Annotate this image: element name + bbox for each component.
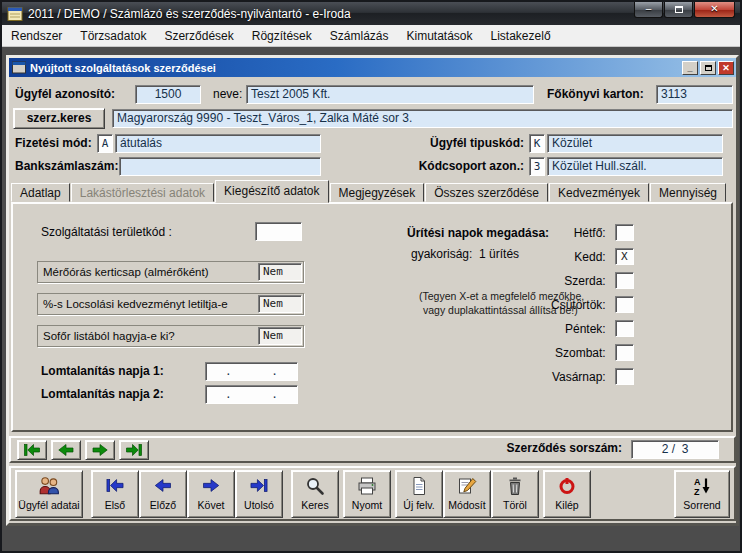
- svg-text:Z: Z: [694, 487, 700, 496]
- contract-search-button[interactable]: szerz.keres: [13, 108, 105, 129]
- wednesday-checkbox[interactable]: [615, 272, 634, 289]
- print-button[interactable]: Nyomt: [343, 470, 391, 518]
- search-icon: [305, 474, 325, 498]
- search-button[interactable]: Keres: [291, 470, 339, 518]
- day-row-monday: Hétfő:: [551, 224, 634, 241]
- customer-data-button[interactable]: Ügyfél adatai: [15, 470, 83, 518]
- toolbar-button-label: Előző: [150, 499, 176, 511]
- exit-ring-icon: [557, 474, 577, 498]
- ledger-card-label: Főkönyvi karton:: [547, 85, 644, 104]
- menu-rendszer[interactable]: Rendszer: [2, 25, 71, 46]
- day-row-sunday: Vasárnap:: [551, 368, 634, 385]
- maximize-icon: [675, 6, 683, 13]
- code-group-code-field[interactable]: 3: [529, 157, 545, 176]
- child-window-icon: [12, 61, 26, 74]
- toolbar-button-label: Követ: [198, 499, 225, 511]
- toolbar-button-label: Nyomt: [352, 499, 382, 511]
- child-close-button[interactable]: ✕: [718, 61, 734, 75]
- toolbar: Ügyfél adatai Első: [9, 466, 736, 521]
- tab-osszes-szerzodese[interactable]: Összes szerződése: [425, 183, 548, 202]
- menu-szerzodesek[interactable]: Szerződések: [155, 25, 242, 46]
- ledger-card-field[interactable]: 3113: [656, 85, 733, 104]
- customer-type-field[interactable]: Közület: [547, 134, 723, 153]
- tab-panel-kiegeszito: Szolgáltatási területkód : Mérőórás kert…: [11, 202, 733, 432]
- thursday-checkbox[interactable]: [615, 296, 634, 313]
- mdi-area: Nyújtott szolgáltatások szerződései _ ✕ …: [2, 47, 740, 551]
- close-button[interactable]: ✕: [694, 2, 735, 18]
- nav-next-button[interactable]: [85, 440, 115, 460]
- app-icon: [7, 6, 23, 22]
- menu-listakezelo[interactable]: Listakezelő: [482, 25, 560, 46]
- payment-method-field[interactable]: átutalás: [115, 134, 321, 153]
- new-document-icon: [409, 474, 429, 498]
- printer-icon: [357, 474, 377, 498]
- tab-mennyiseg[interactable]: Mennyiség: [650, 183, 726, 202]
- contract-form: Ügyfél azonosító: 1500 neve: Teszt 2005 …: [9, 77, 736, 523]
- child-maximize-button[interactable]: [700, 61, 716, 75]
- tab-megjegyzesek[interactable]: Megjegyzések: [330, 183, 425, 202]
- maximize-button[interactable]: [664, 2, 693, 18]
- customer-name-field[interactable]: Teszt 2005 Kft.: [246, 85, 534, 104]
- child-maximize-icon: [705, 65, 712, 71]
- toolbar-button-label: Első: [105, 499, 125, 511]
- friday-checkbox[interactable]: [615, 320, 634, 337]
- monday-checkbox[interactable]: [615, 224, 634, 241]
- junk-removal-2-label: Lomtalanítás napja 2:: [41, 385, 164, 404]
- bank-account-label: Bankszámlaszám:: [15, 157, 118, 176]
- prev-button[interactable]: Előző: [139, 470, 187, 518]
- menu-kimutatasok[interactable]: Kimutatások: [397, 25, 481, 46]
- titlebar[interactable]: 2011 / DEMO / Számlázó és szerződés-nyil…: [2, 2, 740, 25]
- junk-removal-2-date-field[interactable]: . .: [205, 385, 298, 404]
- sort-az-icon: A Z: [692, 474, 712, 498]
- contract-number-field[interactable]: 2 / 3: [631, 440, 719, 459]
- nav-last-button[interactable]: [119, 440, 149, 460]
- watering-discount-value-field[interactable]: Nem: [258, 295, 302, 313]
- toolbar-button-label: Töröl: [503, 499, 527, 511]
- delete-button[interactable]: Töröl: [491, 470, 539, 518]
- new-record-button[interactable]: Új felv.: [395, 470, 443, 518]
- record-nav-strip: Szerződés sorszám: 2 / 3: [9, 436, 736, 463]
- last-button[interactable]: Utolsó: [235, 470, 283, 518]
- trash-icon: [505, 474, 525, 498]
- address-field[interactable]: Magyarország 9990 - Teszt_Város_1, Zalka…: [112, 109, 733, 128]
- customer-type-code-field[interactable]: K: [529, 134, 545, 153]
- child-titlebar[interactable]: Nyújtott szolgáltatások szerződései _ ✕: [9, 58, 736, 77]
- menu-szamlazas[interactable]: Számlázás: [321, 25, 398, 46]
- nav-prev-button[interactable]: [51, 440, 81, 460]
- bank-account-field[interactable]: [119, 157, 321, 176]
- tab-adatlap[interactable]: Adatlap: [11, 183, 70, 202]
- junk-removal-1-label: Lomtalanítás napja 1:: [41, 362, 164, 381]
- service-area-code-field[interactable]: [255, 222, 302, 241]
- day-row-saturday: Szombat:: [551, 344, 634, 361]
- sort-button[interactable]: A Z Sorrend: [674, 470, 730, 518]
- contracts-window: Nyújtott szolgáltatások szerződései _ ✕ …: [6, 55, 739, 526]
- code-group-label: Kódcsoport azon.:: [407, 157, 524, 176]
- first-button[interactable]: Első: [91, 470, 139, 518]
- menu-rogzitesek[interactable]: Rögzítések: [243, 25, 321, 46]
- junk-removal-1-date-field[interactable]: . .: [205, 362, 298, 381]
- exit-button[interactable]: Kilép: [543, 470, 591, 518]
- driver-list-value-field[interactable]: Nem: [258, 327, 302, 345]
- modify-button[interactable]: Módosít: [443, 470, 491, 518]
- saturday-checkbox[interactable]: [615, 344, 634, 361]
- meter-tap-label: Mérőórás kerticsap (almérőként): [43, 266, 258, 278]
- last-record-icon: [125, 443, 143, 457]
- tuesday-checkbox[interactable]: X: [615, 248, 634, 265]
- svg-text:A: A: [694, 477, 701, 487]
- meter-tap-value-field[interactable]: Nem: [258, 263, 302, 281]
- minimize-button[interactable]: –: [634, 2, 663, 18]
- tab-kedvezmenyek[interactable]: Kedvezmények: [549, 183, 649, 202]
- payment-method-code-field[interactable]: A: [97, 134, 113, 153]
- customer-id-field[interactable]: 1500: [135, 85, 201, 104]
- sunday-checkbox[interactable]: [615, 368, 634, 385]
- customer-type-label: Ügyfél tipuskód:: [414, 134, 524, 153]
- code-group-field[interactable]: Közület Hull.száll.: [547, 157, 723, 176]
- menu-torzsadatok[interactable]: Törzsadatok: [71, 25, 155, 46]
- next-button[interactable]: Követ: [187, 470, 235, 518]
- tab-kiegeszito-adatok[interactable]: Kiegészítő adatok: [215, 180, 328, 203]
- nav-first-button[interactable]: [17, 440, 47, 460]
- sunday-label: Vasárnap:: [552, 370, 606, 384]
- prev-record-icon: [57, 443, 75, 457]
- menubar: Rendszer Törzsadatok Szerződések Rögzíté…: [2, 25, 740, 47]
- child-minimize-button[interactable]: _: [682, 61, 698, 75]
